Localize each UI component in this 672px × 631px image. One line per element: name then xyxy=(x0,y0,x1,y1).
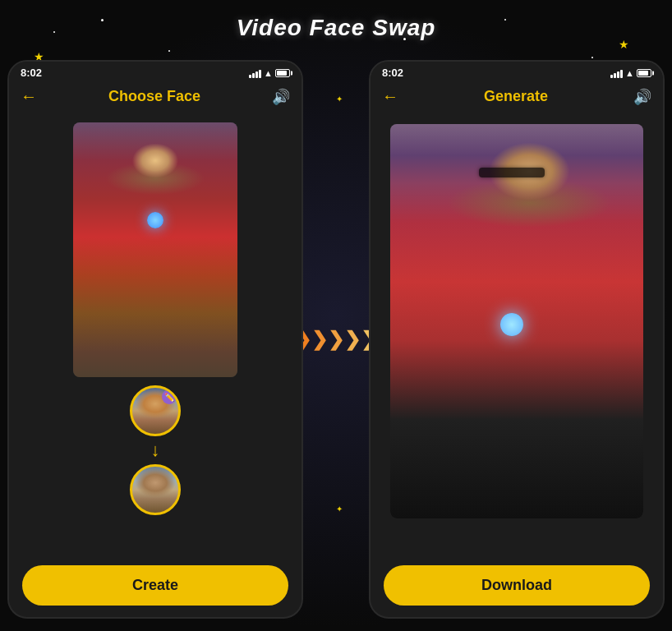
wifi-icon: ▲ xyxy=(625,68,634,78)
signal-icon xyxy=(610,68,623,78)
signal-bar xyxy=(255,71,258,78)
target-face-circle[interactable] xyxy=(130,464,181,515)
phones-container: 8:02 ▲ ← Choose Face 🔊 xyxy=(8,56,664,623)
chevron-icon: ❯ xyxy=(311,328,328,351)
swapped-video-frame xyxy=(390,124,643,518)
left-status-bar: 8:02 ▲ xyxy=(9,62,301,82)
left-header-title: Choose Face xyxy=(45,88,264,105)
back-button[interactable]: ← xyxy=(382,87,398,106)
signal-bar xyxy=(614,73,616,78)
down-arrow-icon: ↓ xyxy=(151,441,160,459)
right-phone: 8:02 ▲ ← Generate 🔊 xyxy=(369,60,665,619)
signal-bar xyxy=(252,73,255,78)
star xyxy=(53,31,55,33)
page-title: Video Face Swap xyxy=(237,15,436,41)
signal-bar xyxy=(610,75,613,78)
face-swap-section: ✏️ ↓ xyxy=(22,385,288,515)
signal-icon xyxy=(249,68,261,78)
right-status-bar: 8:02 ▲ xyxy=(371,62,663,82)
battery-fill xyxy=(277,71,287,76)
battery-icon xyxy=(637,69,651,77)
chevron-icon: ❯ xyxy=(344,328,361,351)
left-status-icons: ▲ xyxy=(249,68,290,78)
wifi-icon: ▲ xyxy=(264,68,273,78)
source-face-circle[interactable]: ✏️ xyxy=(130,385,181,436)
right-header-title: Generate xyxy=(407,88,625,105)
star xyxy=(504,19,506,21)
right-time: 8:02 xyxy=(382,67,403,79)
battery-fill xyxy=(638,71,648,76)
back-button[interactable]: ← xyxy=(21,87,37,106)
ironman-video-frame xyxy=(73,122,237,377)
signal-bar xyxy=(249,75,251,78)
left-phone-content: ✏️ ↓ xyxy=(9,114,301,523)
chevrons-container: ❯ ❯ ❯ ❯ ❯ xyxy=(295,328,377,351)
sound-icon[interactable]: 🔊 xyxy=(633,88,651,106)
left-phone: 8:02 ▲ ← Choose Face 🔊 xyxy=(7,60,303,619)
sound-icon[interactable]: 🔊 xyxy=(272,88,290,106)
left-phone-header: ← Choose Face 🔊 xyxy=(9,82,301,114)
arrow-between: ❯ ❯ ❯ ❯ ❯ xyxy=(303,328,369,351)
right-phone-content xyxy=(371,114,663,518)
right-video-preview xyxy=(390,124,643,518)
battery-icon xyxy=(275,69,290,77)
star xyxy=(101,19,104,21)
chevron-icon: ❯ xyxy=(328,328,344,351)
download-button[interactable]: Download xyxy=(384,565,650,606)
edit-badge: ✏️ xyxy=(162,389,177,404)
signal-bar xyxy=(259,70,261,78)
gold-star-icon: ★ xyxy=(619,38,629,51)
right-phone-header: ← Generate 🔊 xyxy=(371,82,663,114)
create-button[interactable]: Create xyxy=(22,565,288,606)
signal-bar xyxy=(617,71,619,78)
left-time: 8:02 xyxy=(21,67,42,79)
signal-bar xyxy=(620,70,623,78)
right-status-icons: ▲ xyxy=(610,68,651,78)
star xyxy=(168,50,170,52)
left-video-preview xyxy=(73,122,237,377)
